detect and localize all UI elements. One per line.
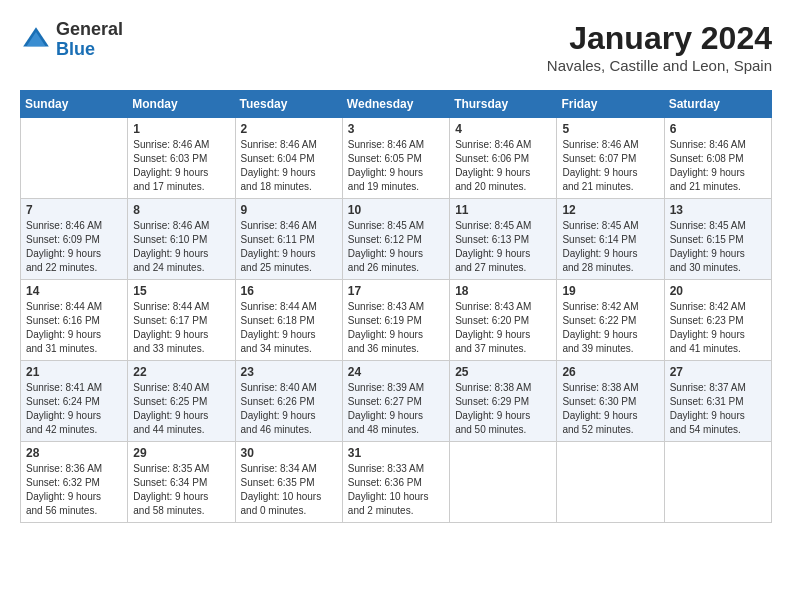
day-cell: 13Sunrise: 8:45 AM Sunset: 6:15 PM Dayli… [664,199,771,280]
day-header-friday: Friday [557,91,664,118]
calendar-header: SundayMondayTuesdayWednesdayThursdayFrid… [21,91,772,118]
day-content: Sunrise: 8:46 AM Sunset: 6:09 PM Dayligh… [26,219,122,275]
day-content: Sunrise: 8:46 AM Sunset: 6:10 PM Dayligh… [133,219,229,275]
day-content: Sunrise: 8:46 AM Sunset: 6:11 PM Dayligh… [241,219,337,275]
day-cell: 24Sunrise: 8:39 AM Sunset: 6:27 PM Dayli… [342,361,449,442]
header-row: SundayMondayTuesdayWednesdayThursdayFrid… [21,91,772,118]
day-content: Sunrise: 8:46 AM Sunset: 6:07 PM Dayligh… [562,138,658,194]
day-header-saturday: Saturday [664,91,771,118]
day-number: 1 [133,122,229,136]
day-content: Sunrise: 8:44 AM Sunset: 6:16 PM Dayligh… [26,300,122,356]
day-content: Sunrise: 8:44 AM Sunset: 6:17 PM Dayligh… [133,300,229,356]
day-number: 28 [26,446,122,460]
day-cell: 25Sunrise: 8:38 AM Sunset: 6:29 PM Dayli… [450,361,557,442]
day-number: 14 [26,284,122,298]
day-content: Sunrise: 8:41 AM Sunset: 6:24 PM Dayligh… [26,381,122,437]
week-row-0: 1Sunrise: 8:46 AM Sunset: 6:03 PM Daylig… [21,118,772,199]
day-content: Sunrise: 8:36 AM Sunset: 6:32 PM Dayligh… [26,462,122,518]
day-content: Sunrise: 8:35 AM Sunset: 6:34 PM Dayligh… [133,462,229,518]
day-content: Sunrise: 8:46 AM Sunset: 6:04 PM Dayligh… [241,138,337,194]
day-cell: 30Sunrise: 8:34 AM Sunset: 6:35 PM Dayli… [235,442,342,523]
day-number: 4 [455,122,551,136]
day-content: Sunrise: 8:38 AM Sunset: 6:30 PM Dayligh… [562,381,658,437]
calendar-table: SundayMondayTuesdayWednesdayThursdayFrid… [20,90,772,523]
day-number: 3 [348,122,444,136]
week-row-3: 21Sunrise: 8:41 AM Sunset: 6:24 PM Dayli… [21,361,772,442]
day-number: 18 [455,284,551,298]
day-cell: 12Sunrise: 8:45 AM Sunset: 6:14 PM Dayli… [557,199,664,280]
day-cell: 29Sunrise: 8:35 AM Sunset: 6:34 PM Dayli… [128,442,235,523]
day-number: 8 [133,203,229,217]
day-content: Sunrise: 8:39 AM Sunset: 6:27 PM Dayligh… [348,381,444,437]
day-header-monday: Monday [128,91,235,118]
day-cell [557,442,664,523]
day-number: 13 [670,203,766,217]
day-cell: 3Sunrise: 8:46 AM Sunset: 6:05 PM Daylig… [342,118,449,199]
day-header-sunday: Sunday [21,91,128,118]
day-content: Sunrise: 8:46 AM Sunset: 6:06 PM Dayligh… [455,138,551,194]
day-content: Sunrise: 8:42 AM Sunset: 6:22 PM Dayligh… [562,300,658,356]
day-number: 25 [455,365,551,379]
day-content: Sunrise: 8:45 AM Sunset: 6:14 PM Dayligh… [562,219,658,275]
day-content: Sunrise: 8:43 AM Sunset: 6:19 PM Dayligh… [348,300,444,356]
day-number: 5 [562,122,658,136]
day-content: Sunrise: 8:43 AM Sunset: 6:20 PM Dayligh… [455,300,551,356]
day-number: 11 [455,203,551,217]
week-row-1: 7Sunrise: 8:46 AM Sunset: 6:09 PM Daylig… [21,199,772,280]
day-number: 31 [348,446,444,460]
day-number: 12 [562,203,658,217]
day-header-wednesday: Wednesday [342,91,449,118]
header: General Blue January 2024 Navales, Casti… [20,20,772,74]
day-cell: 27Sunrise: 8:37 AM Sunset: 6:31 PM Dayli… [664,361,771,442]
day-content: Sunrise: 8:45 AM Sunset: 6:15 PM Dayligh… [670,219,766,275]
day-content: Sunrise: 8:44 AM Sunset: 6:18 PM Dayligh… [241,300,337,356]
week-row-4: 28Sunrise: 8:36 AM Sunset: 6:32 PM Dayli… [21,442,772,523]
logo-blue: Blue [56,40,123,60]
day-cell: 19Sunrise: 8:42 AM Sunset: 6:22 PM Dayli… [557,280,664,361]
day-cell: 1Sunrise: 8:46 AM Sunset: 6:03 PM Daylig… [128,118,235,199]
day-number: 17 [348,284,444,298]
day-cell [21,118,128,199]
day-cell: 15Sunrise: 8:44 AM Sunset: 6:17 PM Dayli… [128,280,235,361]
day-content: Sunrise: 8:40 AM Sunset: 6:25 PM Dayligh… [133,381,229,437]
day-content: Sunrise: 8:42 AM Sunset: 6:23 PM Dayligh… [670,300,766,356]
day-number: 30 [241,446,337,460]
day-number: 7 [26,203,122,217]
day-number: 16 [241,284,337,298]
day-cell: 20Sunrise: 8:42 AM Sunset: 6:23 PM Dayli… [664,280,771,361]
day-content: Sunrise: 8:37 AM Sunset: 6:31 PM Dayligh… [670,381,766,437]
day-number: 20 [670,284,766,298]
day-number: 19 [562,284,658,298]
day-number: 23 [241,365,337,379]
week-row-2: 14Sunrise: 8:44 AM Sunset: 6:16 PM Dayli… [21,280,772,361]
day-cell: 2Sunrise: 8:46 AM Sunset: 6:04 PM Daylig… [235,118,342,199]
day-number: 9 [241,203,337,217]
day-cell [664,442,771,523]
day-number: 24 [348,365,444,379]
day-number: 21 [26,365,122,379]
day-content: Sunrise: 8:45 AM Sunset: 6:13 PM Dayligh… [455,219,551,275]
day-cell: 28Sunrise: 8:36 AM Sunset: 6:32 PM Dayli… [21,442,128,523]
logo: General Blue [20,20,123,60]
day-cell: 8Sunrise: 8:46 AM Sunset: 6:10 PM Daylig… [128,199,235,280]
day-content: Sunrise: 8:34 AM Sunset: 6:35 PM Dayligh… [241,462,337,518]
logo-icon [20,24,52,56]
day-cell: 21Sunrise: 8:41 AM Sunset: 6:24 PM Dayli… [21,361,128,442]
day-number: 29 [133,446,229,460]
day-cell: 11Sunrise: 8:45 AM Sunset: 6:13 PM Dayli… [450,199,557,280]
day-cell: 5Sunrise: 8:46 AM Sunset: 6:07 PM Daylig… [557,118,664,199]
day-cell: 10Sunrise: 8:45 AM Sunset: 6:12 PM Dayli… [342,199,449,280]
day-content: Sunrise: 8:45 AM Sunset: 6:12 PM Dayligh… [348,219,444,275]
day-cell: 26Sunrise: 8:38 AM Sunset: 6:30 PM Dayli… [557,361,664,442]
day-cell: 23Sunrise: 8:40 AM Sunset: 6:26 PM Dayli… [235,361,342,442]
day-cell: 7Sunrise: 8:46 AM Sunset: 6:09 PM Daylig… [21,199,128,280]
day-cell: 9Sunrise: 8:46 AM Sunset: 6:11 PM Daylig… [235,199,342,280]
logo-text: General Blue [56,20,123,60]
day-content: Sunrise: 8:46 AM Sunset: 6:05 PM Dayligh… [348,138,444,194]
day-content: Sunrise: 8:33 AM Sunset: 6:36 PM Dayligh… [348,462,444,518]
day-cell: 31Sunrise: 8:33 AM Sunset: 6:36 PM Dayli… [342,442,449,523]
month-title: January 2024 [547,20,772,57]
day-number: 22 [133,365,229,379]
day-cell: 6Sunrise: 8:46 AM Sunset: 6:08 PM Daylig… [664,118,771,199]
day-number: 15 [133,284,229,298]
